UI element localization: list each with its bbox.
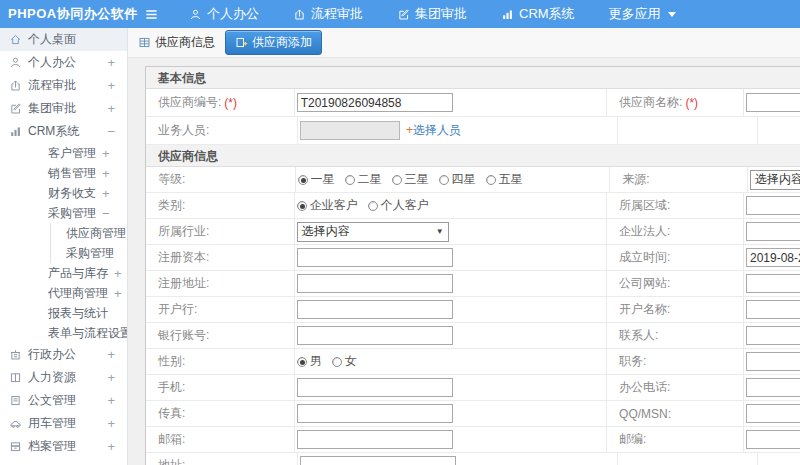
job-title-input[interactable] [746, 352, 800, 371]
sidebar-item-customer-mgmt[interactable]: 客户管理+ [0, 143, 127, 163]
sidebar-item-crm-system[interactable]: CRM系统− [0, 120, 127, 143]
expand-toggle-icon[interactable]: + [107, 416, 115, 431]
form-row: 传真:QQ/MSN: [146, 401, 800, 427]
choose-person-link[interactable]: +选择人员 [406, 122, 461, 139]
expand-toggle-icon[interactable]: + [107, 393, 115, 408]
sidebar-item-label: 公文管理 [28, 392, 76, 409]
account-name-input[interactable] [746, 300, 800, 319]
grade-radio-2[interactable]: 三星 [392, 171, 429, 188]
sidebar-item-vehicle-mgmt[interactable]: 用车管理+ [0, 412, 127, 435]
sidebar-item-group-approval[interactable]: 集团审批+ [0, 97, 127, 120]
gender-radio-0[interactable]: 男 [297, 353, 322, 370]
radio-icon [439, 175, 449, 185]
sidebar-item-supplier-mgmt[interactable]: 供应商管理 [50, 223, 127, 243]
expand-toggle-icon[interactable]: + [102, 186, 110, 201]
office-phone-input[interactable] [746, 378, 800, 397]
field-label-category: 类别: [146, 193, 295, 218]
bank-account-input[interactable] [297, 326, 453, 345]
sidebar-item-label: 采购管理 [66, 245, 114, 262]
bank-branch-input[interactable] [297, 300, 453, 319]
industry-select[interactable]: 选择内容▼ [297, 222, 449, 242]
email-input[interactable] [297, 430, 453, 449]
expand-toggle-icon[interactable]: + [107, 347, 115, 362]
sidebar-item-product-stock[interactable]: 产品与库存+ [0, 263, 127, 283]
expand-toggle-icon[interactable]: + [107, 55, 115, 70]
expand-toggle-icon[interactable]: + [107, 101, 115, 116]
grade-radio-0[interactable]: 一星 [298, 171, 335, 188]
topbar-nav-group-approval[interactable]: 集团审批 [397, 5, 467, 23]
registered-capital-input[interactable] [297, 248, 453, 267]
supplier-name-input[interactable] [746, 93, 800, 112]
category-radio-0[interactable]: 企业客户 [297, 197, 358, 214]
expand-toggle-icon[interactable]: + [114, 286, 122, 301]
fax-input[interactable] [297, 404, 453, 423]
sidebar-item-archive-mgmt[interactable]: 档案管理+ [0, 435, 127, 458]
sidebar-item-form-flow-settings[interactable]: 表单与流程设置+ [0, 323, 127, 343]
legal-person-input[interactable] [746, 222, 800, 241]
business-person-input[interactable] [300, 121, 400, 140]
expand-toggle-icon[interactable]: − [107, 124, 115, 139]
chart-icon [501, 8, 514, 21]
sidebar-item-personal-office[interactable]: 个人办公+ [0, 51, 127, 74]
company-website-input[interactable] [746, 274, 800, 293]
contact-person-input[interactable] [746, 326, 800, 345]
source-select[interactable]: 选择内容▼ [750, 170, 800, 190]
tab-supplier-add[interactable]: 供应商添加 [225, 30, 322, 55]
field-value-source: 选择内容▼ [748, 167, 800, 192]
grade-radio-1[interactable]: 二星 [345, 171, 382, 188]
expand-toggle-icon[interactable]: + [114, 266, 122, 281]
field-value-job-title [744, 349, 800, 374]
hamburger-menu-icon[interactable] [144, 7, 159, 22]
sidebar-item-hr[interactable]: 人力资源+ [0, 366, 127, 389]
sidebar-item-finance-io[interactable]: 财务收支+ [0, 183, 127, 203]
qq-msn-input[interactable] [746, 404, 800, 423]
user-icon [189, 8, 202, 21]
postcode-input[interactable] [746, 430, 800, 449]
grade-radio-4[interactable]: 五星 [486, 171, 523, 188]
sidebar-item-personal-desktop[interactable]: 个人桌面 [0, 28, 127, 51]
field-value-category: 企业客户个人客户 [295, 193, 607, 218]
founded-date-input[interactable] [746, 248, 800, 267]
expand-toggle-icon[interactable]: + [107, 370, 115, 385]
topbar-nav-more-apps[interactable]: 更多应用 [609, 5, 676, 23]
empty-label-cell [618, 453, 758, 465]
sidebar-item-sales-mgmt[interactable]: 销售管理+ [0, 163, 127, 183]
sidebar-item-report-stats[interactable]: 报表与统计 [0, 303, 127, 323]
sidebar-item-label: 个人桌面 [28, 31, 76, 48]
topbar-nav-personal-office[interactable]: 个人办公 [189, 5, 259, 23]
form-row: 注册地址:公司网站: [146, 271, 800, 297]
sidebar-item-admin-office[interactable]: 行政办公+ [0, 343, 127, 366]
address-input[interactable] [300, 456, 456, 465]
sidebar-item-label: 财务收支 [48, 185, 96, 202]
grade-radio-3[interactable]: 四星 [439, 171, 476, 188]
field-value-founded-date [744, 245, 800, 270]
expand-toggle-icon[interactable]: − [102, 206, 110, 221]
field-label-contact-person: 联系人: [607, 323, 744, 348]
topbar-nav-workflow-approval[interactable]: 流程审批 [293, 5, 363, 23]
sidebar-item-label: 人力资源 [28, 369, 76, 386]
sidebar-item-purchase-mgmt[interactable]: 采购管理− [0, 203, 127, 223]
sidebar-item-doc-mgmt[interactable]: 公文管理+ [0, 389, 127, 412]
empty-value-cell [758, 453, 800, 465]
expand-toggle-icon[interactable]: + [102, 146, 110, 161]
tab-supplier-info[interactable]: 供应商信息 [138, 34, 215, 51]
car-icon [9, 417, 22, 430]
mobile-input[interactable] [297, 378, 453, 397]
expand-toggle-icon[interactable]: + [107, 439, 115, 454]
field-label-postcode: 邮编: [607, 427, 744, 452]
gender-radio-1[interactable]: 女 [332, 353, 357, 370]
sidebar-item-label: 代理商管理 [48, 285, 108, 302]
sidebar-item-purchasing[interactable]: 采购管理 [50, 243, 127, 263]
registered-address-input[interactable] [297, 274, 453, 293]
region-input[interactable] [746, 196, 800, 215]
field-label-company-website: 公司网站: [607, 271, 744, 296]
topbar-nav-crm-system[interactable]: CRM系统 [501, 5, 575, 23]
radio-icon [297, 357, 307, 367]
sidebar-item-workflow-approval[interactable]: 流程审批+ [0, 74, 127, 97]
expand-toggle-icon[interactable]: + [102, 166, 110, 181]
field-label-supplier-name: 供应商名称:(*) [607, 89, 744, 116]
category-radio-1[interactable]: 个人客户 [368, 197, 429, 214]
sidebar-item-agent-mgmt[interactable]: 代理商管理+ [0, 283, 127, 303]
expand-toggle-icon[interactable]: + [107, 78, 115, 93]
supplier-no-input[interactable] [297, 93, 453, 112]
